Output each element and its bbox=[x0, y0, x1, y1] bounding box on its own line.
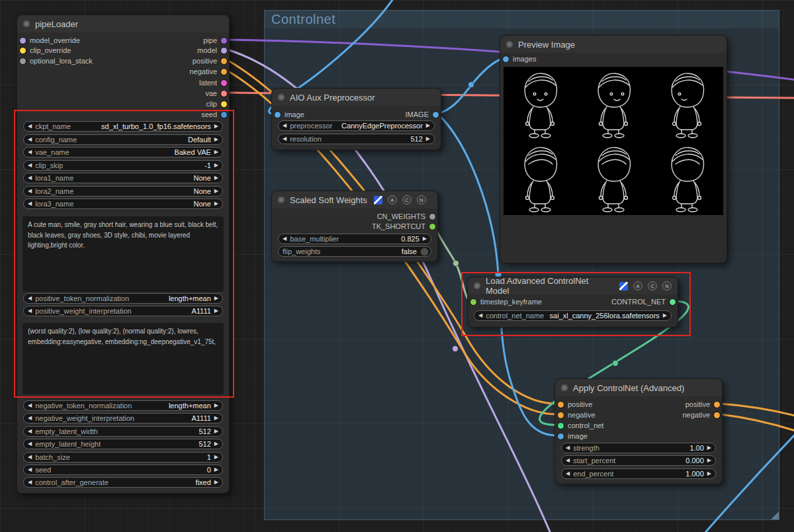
input-positive[interactable]: positive bbox=[558, 399, 592, 410]
widget-resolution[interactable]: ◀ resolution 512 ▶ bbox=[278, 134, 435, 144]
increment-arrow-icon[interactable]: ▶ bbox=[663, 313, 667, 318]
input-images[interactable]: images bbox=[503, 54, 536, 64]
increment-arrow-icon[interactable]: ▶ bbox=[707, 445, 711, 451]
preview-titlebar[interactable]: Preview Image bbox=[500, 36, 727, 53]
collapse-dot-icon[interactable] bbox=[278, 197, 285, 203]
port-dot-icon[interactable] bbox=[429, 224, 435, 230]
input-optional-lora-stack[interactable]: optional_lora_stack bbox=[20, 56, 93, 66]
collapse-dot-icon[interactable] bbox=[561, 384, 568, 391]
increment-arrow-icon[interactable]: ▶ bbox=[426, 136, 430, 142]
port-dot-icon[interactable] bbox=[221, 91, 227, 97]
collapse-dot-icon[interactable] bbox=[278, 94, 285, 101]
port-dot-icon[interactable] bbox=[558, 402, 564, 408]
port-dot-icon[interactable] bbox=[221, 58, 227, 64]
increment-arrow-icon[interactable]: ▶ bbox=[214, 150, 218, 155]
increment-arrow-icon[interactable]: ▶ bbox=[214, 296, 218, 301]
decrement-arrow-icon[interactable]: ◀ bbox=[28, 175, 32, 181]
widget-seed[interactable]: ◀ seed 0 ▶ bbox=[23, 465, 223, 475]
decrement-arrow-icon[interactable]: ◀ bbox=[28, 201, 32, 206]
decrement-arrow-icon[interactable]: ◀ bbox=[283, 136, 287, 142]
widget-negative-token-normalization[interactable]: ◀ negative_token_normalization length+me… bbox=[23, 400, 223, 411]
node-graph-canvas[interactable]: Controlnet bbox=[0, 0, 794, 532]
output-positive[interactable]: positive bbox=[193, 56, 227, 66]
output-latent[interactable]: latent bbox=[199, 77, 227, 88]
increment-arrow-icon[interactable]: ▶ bbox=[214, 308, 218, 314]
increment-arrow-icon[interactable]: ▶ bbox=[707, 471, 711, 476]
output-cn-weights[interactable]: CN_WEIGHTS bbox=[377, 211, 435, 222]
decrement-arrow-icon[interactable]: ◀ bbox=[283, 123, 287, 128]
port-dot-icon[interactable] bbox=[503, 56, 509, 62]
output-seed[interactable]: seed bbox=[201, 109, 227, 120]
port-dot-icon[interactable] bbox=[714, 412, 720, 418]
increment-arrow-icon[interactable]: ▶ bbox=[214, 137, 218, 142]
output-tk-shortcut[interactable]: TK_SHORTCUT bbox=[372, 221, 435, 232]
output-vae[interactable]: vae bbox=[205, 88, 227, 99]
input-clip-override[interactable]: clip_override bbox=[20, 45, 71, 56]
decrement-arrow-icon[interactable]: ◀ bbox=[478, 313, 482, 318]
input-negative[interactable]: negative bbox=[558, 410, 596, 420]
decrement-arrow-icon[interactable]: ◀ bbox=[28, 137, 32, 142]
widget-ckpt-name[interactable]: ◀ ckpt_name sd_xl_turbo_1.0_fp16.safeten… bbox=[23, 121, 223, 132]
output-negative[interactable]: negative bbox=[189, 66, 227, 77]
load-advanced-controlnet-node[interactable]: Load Advanced ControlNet Model A C N tim… bbox=[467, 277, 678, 328]
decrement-arrow-icon[interactable]: ◀ bbox=[28, 467, 32, 472]
decrement-arrow-icon[interactable]: ◀ bbox=[28, 480, 32, 485]
port-dot-icon[interactable] bbox=[221, 69, 227, 75]
widget-clip-skip[interactable]: ◀ clip_skip -1 ▶ bbox=[23, 160, 223, 171]
widget-config-name[interactable]: ◀ config_name Default ▶ bbox=[23, 134, 223, 145]
input-apply-image[interactable]: image bbox=[558, 431, 588, 441]
increment-arrow-icon[interactable]: ▶ bbox=[214, 124, 218, 129]
widget-vae-name[interactable]: ◀ vae_name Baked VAE ▶ bbox=[23, 147, 223, 157]
widget-empty-latent-width[interactable]: ◀ empty_latent_width 512 ▶ bbox=[23, 426, 223, 437]
port-dot-icon[interactable] bbox=[20, 48, 26, 54]
negative-prompt-textarea[interactable]: (worst quality:2), (low quality:2), (nor… bbox=[22, 323, 224, 394]
decrement-arrow-icon[interactable]: ◀ bbox=[28, 150, 32, 155]
increment-arrow-icon[interactable]: ▶ bbox=[214, 403, 218, 408]
widget-lora3-name[interactable]: ◀ lora3_name None ▶ bbox=[23, 199, 223, 209]
input-control-net[interactable]: control_net bbox=[558, 420, 603, 431]
port-dot-icon[interactable] bbox=[558, 423, 564, 429]
widget-positive-token-normalization[interactable]: ◀ positive_token_normalization length+me… bbox=[23, 293, 223, 304]
widget-control-after-generate[interactable]: ◀ control_after_generate fixed ▶ bbox=[23, 477, 223, 488]
input-model-override[interactable]: model_override bbox=[20, 35, 80, 46]
decrement-arrow-icon[interactable]: ◀ bbox=[566, 471, 570, 476]
widget-control-net-name[interactable]: ◀ control_net_name sai_xl_canny_256lora.… bbox=[474, 310, 672, 321]
scaled-soft-weights-node[interactable]: Scaled Soft Weights A C N CN_WEIGHTS TK_… bbox=[271, 191, 438, 262]
apply-controlnet-node[interactable]: Apply ControlNet (Advanced) positive neg… bbox=[554, 378, 723, 484]
pipeloader-node[interactable]: pipeLoader model_override clip_override … bbox=[17, 15, 230, 494]
group-resize-handle[interactable] bbox=[771, 511, 779, 519]
widget-start-percent[interactable]: ◀ start_percent 0.000 ▶ bbox=[561, 455, 716, 466]
port-dot-icon[interactable] bbox=[20, 58, 26, 64]
port-dot-icon[interactable] bbox=[221, 48, 227, 54]
output-apply-negative[interactable]: negative bbox=[682, 410, 720, 420]
decrement-arrow-icon[interactable]: ◀ bbox=[28, 163, 32, 168]
output-model[interactable]: model bbox=[197, 45, 227, 56]
widget-base-multiplier[interactable]: ◀ base_multiplier 0.825 ▶ bbox=[278, 234, 431, 244]
port-dot-icon[interactable] bbox=[558, 433, 564, 439]
increment-arrow-icon[interactable]: ▶ bbox=[214, 416, 218, 421]
aio-aux-preprocessor-node[interactable]: AIO Aux Preprocessor image IMAGE ◀ prepr… bbox=[271, 88, 441, 150]
input-image[interactable]: image bbox=[275, 109, 304, 120]
collapse-dot-icon[interactable] bbox=[506, 41, 513, 48]
scaled-titlebar[interactable]: Scaled Soft Weights A C N bbox=[272, 191, 437, 208]
decrement-arrow-icon[interactable]: ◀ bbox=[28, 441, 32, 447]
port-dot-icon[interactable] bbox=[558, 412, 564, 418]
increment-arrow-icon[interactable]: ▶ bbox=[214, 201, 218, 206]
decrement-arrow-icon[interactable]: ◀ bbox=[28, 429, 32, 434]
port-dot-icon[interactable] bbox=[275, 112, 281, 118]
increment-arrow-icon[interactable]: ▶ bbox=[214, 455, 218, 460]
widget-strength[interactable]: ◀ strength 1.00 ▶ bbox=[561, 443, 716, 453]
widget-empty-latent-height[interactable]: ◀ empty_latent_height 512 ▶ bbox=[23, 439, 223, 449]
increment-arrow-icon[interactable]: ▶ bbox=[214, 467, 218, 472]
widget-preprocessor[interactable]: ◀ preprocessor CannyEdgePreprocessor ▶ bbox=[278, 120, 435, 131]
increment-arrow-icon[interactable]: ▶ bbox=[214, 163, 218, 168]
aio-titlebar[interactable]: AIO Aux Preprocessor bbox=[272, 89, 441, 106]
port-dot-icon[interactable] bbox=[221, 80, 227, 86]
widget-flip-weights[interactable]: flip_weights false bbox=[278, 246, 431, 257]
output-control-net[interactable]: CONTROL_NET bbox=[611, 296, 676, 307]
positive-prompt-textarea[interactable]: A cute man, smile, gray short hair, wear… bbox=[22, 216, 224, 292]
increment-arrow-icon[interactable]: ▶ bbox=[214, 441, 218, 447]
decrement-arrow-icon[interactable]: ◀ bbox=[566, 458, 570, 463]
port-dot-icon[interactable] bbox=[670, 299, 676, 305]
port-dot-icon[interactable] bbox=[433, 112, 439, 118]
